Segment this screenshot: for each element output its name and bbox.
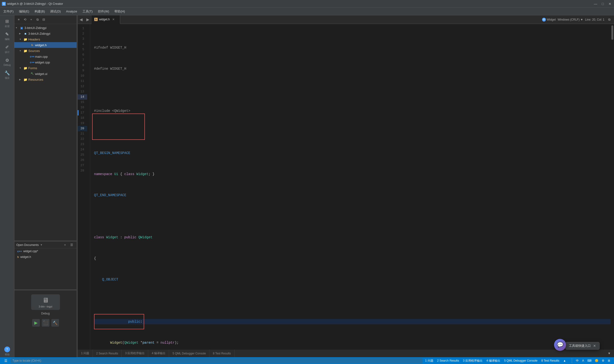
encoding-dropdown[interactable]: Windows (CRLF) ▼ bbox=[558, 18, 583, 21]
status-emoji-btn[interactable]: 😊 bbox=[594, 358, 599, 363]
code-line-12: Q_OBJECT bbox=[94, 277, 611, 282]
activity-design[interactable]: ✐ 设计 bbox=[1, 43, 13, 55]
debug-screen-icon: 🖥 bbox=[34, 296, 57, 304]
filter-btn[interactable]: ≡ bbox=[16, 17, 22, 23]
open-docs-panel: Open Documents ▼ + ☰ c++ widget.cpp* h w… bbox=[14, 241, 77, 289]
stop-build-button[interactable]: ⬛ bbox=[42, 319, 49, 327]
minimize-button[interactable]: — bbox=[593, 2, 598, 6]
widget-h-label: widget.h bbox=[35, 43, 46, 47]
tab-close-widget-h[interactable]: ✕ bbox=[112, 18, 115, 21]
status-compile-btn[interactable]: 4 编译输出 bbox=[486, 358, 501, 363]
editor-scrollbar[interactable] bbox=[611, 24, 614, 350]
activity-edit[interactable]: ✎ 编辑 bbox=[1, 30, 13, 42]
file-tree-panel: ≡ ⟲ + ⧉ ⊟ ▼ ▣ 3-btnUI-Zidingyi ▶ ■ 3-btn… bbox=[14, 15, 77, 240]
code-content[interactable]: #ifndef WIDGET_H #define WIDGET_H #inclu… bbox=[90, 24, 611, 350]
menu-tools[interactable]: 工具(T) bbox=[80, 8, 95, 15]
sources-folder-item[interactable]: ▼ 📁 Sources bbox=[14, 48, 77, 54]
resources-folder-item[interactable]: ▶ 📁 Resources bbox=[14, 77, 77, 82]
file-tree: ▼ ▣ 3-btnUI-Zidingyi ▶ ■ 3-btnUI-Zidingy… bbox=[14, 24, 77, 240]
open-doc-widget-h[interactable]: h widget.h bbox=[14, 254, 77, 260]
menu-analyze[interactable]: Analyze bbox=[64, 9, 79, 14]
menu-debug[interactable]: 调试(D) bbox=[48, 8, 63, 15]
menu-file[interactable]: 文件(F) bbox=[1, 8, 16, 15]
locate-search-input[interactable] bbox=[11, 358, 422, 363]
widget-cpp-item[interactable]: c++ widget.cpp bbox=[14, 59, 77, 65]
status-settings-icon[interactable]: ⚙ bbox=[601, 358, 605, 363]
tab-widget-h[interactable]: h widget.h ✕ bbox=[91, 15, 120, 24]
code-line-15: Widget ( QWidget * parent = nullptr ); bbox=[94, 340, 611, 345]
close-button[interactable]: ✕ bbox=[608, 2, 612, 6]
status-dropdown-btn[interactable]: ▲ bbox=[562, 358, 567, 363]
tab-qml-debug[interactable]: 5 QML Debugger Console bbox=[169, 350, 209, 357]
tab-test-results[interactable]: 8 Test Results bbox=[209, 350, 234, 357]
collapse-btn[interactable]: ⊟ bbox=[41, 17, 46, 23]
tab-nav-right[interactable]: ▶ bbox=[84, 15, 91, 24]
maximize-button[interactable]: □ bbox=[600, 2, 605, 6]
status-lang-btn[interactable]: 中 bbox=[575, 358, 580, 363]
open-docs-close-btn[interactable]: ☰ bbox=[69, 242, 75, 248]
code-editor[interactable]: 1 2 3 4 5 6 7 8 9 10 11 12 13 14 15 16 1 bbox=[78, 24, 614, 350]
tab-problems[interactable]: 1 问题 bbox=[78, 350, 93, 357]
tab-compile-output[interactable]: 4 编译输出 bbox=[148, 350, 169, 357]
project-root-item[interactable]: ▼ ▣ 3-btnUI-Zidingyi bbox=[14, 25, 77, 31]
headers-folder-item[interactable]: ▼ 📁 Headers bbox=[14, 36, 77, 42]
menu-edit[interactable]: 编辑(E) bbox=[16, 8, 32, 15]
code-line-9 bbox=[94, 214, 611, 219]
toolbox-close-btn[interactable]: ✕ bbox=[593, 344, 596, 348]
tab-test-results-label: 8 Test Results bbox=[213, 352, 231, 355]
widget-ui-item[interactable]: ⛏ widget.ui bbox=[14, 71, 77, 77]
activity-help[interactable]: ? 帮助 bbox=[1, 345, 13, 357]
debug-mode-label: Debug bbox=[41, 312, 50, 315]
code-content-wrapper[interactable]: #ifndef WIDGET_H #define WIDGET_H #inclu… bbox=[90, 24, 611, 350]
tab-problems-label: 1 问题 bbox=[81, 351, 89, 355]
menu-build[interactable]: 构建(B) bbox=[32, 8, 47, 15]
main-cpp-item[interactable]: c++ main.cpp bbox=[14, 54, 77, 59]
menu-control[interactable]: 控件(W) bbox=[96, 8, 112, 15]
status-test-btn[interactable]: 8 Test Results bbox=[540, 358, 560, 363]
widget-h-item[interactable]: h widget.h bbox=[14, 42, 77, 48]
widget-logo-icon: W bbox=[542, 18, 546, 22]
status-compile-label: 4 编译输出 bbox=[486, 359, 500, 363]
position-display[interactable]: Line: 20, Col: 1 bbox=[585, 18, 604, 21]
activity-project[interactable]: 🔧 项目 bbox=[1, 69, 13, 81]
forms-folder-item[interactable]: ▼ 📁 Forms bbox=[14, 65, 77, 71]
status-app-output-btn[interactable]: 3 应用程序输出 bbox=[462, 358, 484, 363]
tab-nav-left[interactable]: ◀ bbox=[78, 15, 84, 24]
open-doc-widget-cpp[interactable]: c++ widget.cpp* bbox=[14, 248, 77, 254]
status-lang2-btn[interactable]: A bbox=[581, 358, 585, 363]
open-docs-add-btn[interactable]: + bbox=[62, 242, 68, 248]
doc-cpp-icon: c++ bbox=[17, 250, 22, 253]
status-search-btn[interactable]: 2 Search Results bbox=[436, 358, 460, 363]
status-menu-btn[interactable]: ☰ bbox=[3, 358, 9, 363]
expand-arrow-sources: ▼ bbox=[19, 50, 23, 52]
status-problems-btn[interactable]: 1 问题 bbox=[424, 358, 434, 363]
toolbox-label: 工具箱快捷入口 bbox=[569, 344, 591, 348]
tab-app-output[interactable]: 3 应用程序输出 bbox=[122, 350, 148, 357]
editor-split-btn[interactable]: ⧉ bbox=[606, 17, 612, 23]
bottom-panel-arrow[interactable]: ▼ bbox=[606, 351, 612, 356]
headers-folder-icon: 📁 bbox=[24, 37, 27, 41]
scrollbar-thumb[interactable] bbox=[611, 25, 613, 40]
line-2: 2 bbox=[78, 31, 87, 36]
doc-widget-cpp-label: widget.cpp* bbox=[23, 249, 38, 253]
debug-label: Debug bbox=[4, 64, 11, 66]
activity-welcome[interactable]: ⊞ 欢迎 bbox=[1, 17, 13, 29]
tab-search-results[interactable]: 2 Search Results bbox=[93, 350, 122, 357]
activity-debug[interactable]: ⚙ Debug bbox=[1, 56, 13, 68]
chat-bubble-btn[interactable]: 💬 bbox=[554, 339, 566, 351]
sync-btn[interactable]: ⟲ bbox=[22, 17, 28, 23]
build-hammer-button[interactable]: 🔨 bbox=[51, 319, 59, 327]
code-line-10: class Widget : public QWidget bbox=[94, 235, 611, 240]
line-13: 13 bbox=[78, 89, 87, 94]
menu-help[interactable]: 帮助(H) bbox=[112, 8, 127, 15]
project-sub-item[interactable]: ▶ ■ 3-btnUI-Zidingyi bbox=[14, 31, 77, 36]
status-qml-btn[interactable]: 5 QML Debugger Console bbox=[503, 358, 538, 363]
status-keyboard-icon[interactable]: ⌨ bbox=[586, 358, 592, 363]
line-9: 9 bbox=[78, 68, 87, 73]
line-16: 16 bbox=[78, 105, 87, 110]
split-btn[interactable]: ⧉ bbox=[35, 17, 40, 23]
add-btn[interactable]: + bbox=[28, 17, 34, 23]
status-grid-btn[interactable]: ⊞ bbox=[607, 358, 611, 363]
window-controls[interactable]: — □ ✕ bbox=[593, 2, 612, 6]
run-button[interactable]: ▶ bbox=[32, 319, 40, 327]
